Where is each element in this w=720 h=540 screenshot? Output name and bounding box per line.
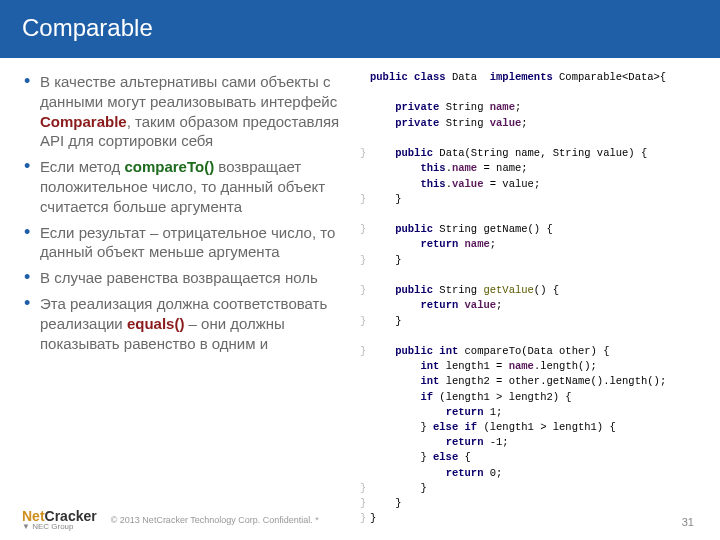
list-item: Эта реализация должна соответствовать ре…: [24, 294, 354, 353]
slide-body: В качестве альтернативы сами объекты с д…: [0, 58, 720, 527]
code-column: public class Data implements Comparable<…: [360, 68, 710, 527]
slide-title: Comparable: [22, 14, 153, 41]
page-number: 31: [682, 516, 694, 528]
list-item: В качестве альтернативы сами объекты с д…: [24, 72, 354, 151]
slide-header: Comparable: [0, 0, 720, 58]
footer: NetCracker ▼ NEC Group © 2013 NetCracker…: [22, 510, 319, 530]
code-block: public class Data implements Comparable<…: [360, 70, 706, 527]
copyright-text: © 2013 NetCracker Technology Corp. Confi…: [111, 515, 319, 525]
list-item: В случае равенства возвращается ноль: [24, 268, 354, 288]
logo: NetCracker ▼ NEC Group: [22, 510, 97, 530]
bullet-column: В качестве альтернативы сами объекты с д…: [10, 68, 360, 527]
list-item: Если метод compareTo() возвращает положи…: [24, 157, 354, 216]
bullet-list: В качестве альтернативы сами объекты с д…: [24, 72, 354, 353]
list-item: Если результат – отрицательное число, то…: [24, 223, 354, 263]
